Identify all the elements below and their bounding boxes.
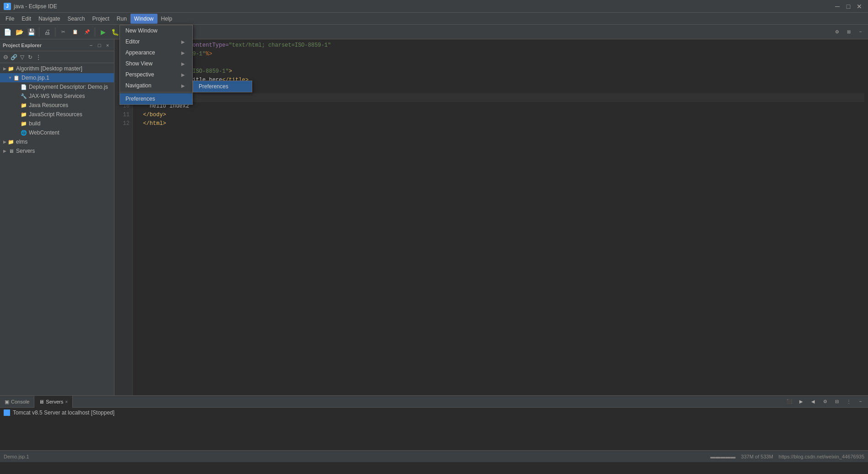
tab-servers[interactable]: 🖥 Servers ×	[34, 396, 73, 408]
tree-label-deployment: Deployment Descriptor: Demo.js	[29, 84, 108, 90]
tree-arrow-jaxws	[15, 94, 20, 98]
sidebar-tree: ▶ 📁 Algorithm [Desktop master] ▼ 📋 Demo.…	[0, 63, 114, 395]
menu-edit[interactable]: Edit	[18, 14, 35, 24]
menu-bar: File Edit Navigate Search Project Run Wi…	[0, 13, 868, 25]
sidebar-menu[interactable]: ⋮	[35, 54, 42, 61]
menu-navigate[interactable]: Navigate	[35, 14, 64, 24]
code-line-12: </html>	[136, 119, 864, 128]
toolbar-min[interactable]: −	[855, 27, 866, 38]
toolbar-sep-1	[39, 27, 39, 37]
menu-preferences[interactable]: Preferences	[120, 93, 192, 104]
tree-item-jaxws[interactable]: 🔧 JAX-WS Web Services	[0, 92, 114, 101]
bottom-panel-menu[interactable]: ⋮	[843, 396, 854, 407]
tree-item-jsres[interactable]: 📁 JavaScript Resources	[0, 110, 114, 119]
folder-icon-elms: 📁	[7, 138, 15, 145]
bottom-panel-btn2[interactable]: ▶	[796, 396, 807, 407]
sidebar-filter[interactable]: ▽	[18, 54, 26, 61]
menu-editor[interactable]: Editor ▶	[120, 36, 192, 47]
editor-area: 6 7 8 9● 10 11 12 language="java" conten…	[114, 39, 868, 395]
show-view-label: Show View	[125, 60, 152, 67]
window-dropdown-menu[interactable]: New Window Editor ▶ Appearance ▶ Show Vi…	[119, 25, 193, 105]
sidebar-close[interactable]: ×	[104, 42, 111, 49]
sidebar-collapse-all[interactable]: ⊖	[2, 54, 9, 61]
editor-content: 6 7 8 9● 10 11 12 language="java" conten…	[114, 39, 868, 395]
sidebar-sync[interactable]: ↻	[27, 54, 34, 61]
tab-servers-close[interactable]: ×	[65, 399, 68, 404]
tree-item-javares[interactable]: 📁 Java Resources	[0, 101, 114, 110]
toolbar-perspective[interactable]: ⚙	[831, 27, 842, 38]
sidebar-maximize[interactable]: □	[96, 42, 103, 49]
toolbar-new[interactable]: 📄	[2, 27, 13, 38]
code-line-3: ml>	[136, 59, 864, 67]
bottom-content: Tomcat v8.5 Server at localhost [Stopped…	[0, 408, 868, 450]
code-line-2: ding="ISO-8859-1"%>	[136, 50, 864, 59]
status-memory: 337M of 533M	[741, 454, 773, 459]
toolbar-run[interactable]: ▶	[98, 27, 108, 38]
menu-help[interactable]: Help	[157, 14, 176, 24]
tree-label-demo: Demo.jsp.1	[22, 75, 49, 81]
sidebar-link[interactable]: 🔗	[10, 54, 17, 61]
tree-item-demo[interactable]: ▼ 📋 Demo.jsp.1	[0, 73, 114, 82]
navigation-arrow: ▶	[181, 83, 185, 88]
console-icon: ▣	[5, 399, 9, 405]
tree-label-webcontent: WebContent	[29, 129, 60, 136]
maximize-button[interactable]: □	[843, 1, 853, 11]
toolbar-cut[interactable]: ✂	[58, 27, 69, 38]
tree-item-webcontent[interactable]: 🌐 WebContent	[0, 128, 114, 137]
perspective-arrow: ▶	[181, 72, 185, 77]
minimize-button[interactable]: ─	[832, 1, 842, 11]
tree-arrow-demo: ▼	[7, 75, 13, 80]
code-line-7: <title>Insert title here</title>	[136, 76, 864, 85]
menu-new-window[interactable]: New Window	[120, 25, 192, 36]
tree-arrow-webcontent	[15, 130, 20, 135]
server-status-icon	[4, 409, 10, 416]
bottom-panel-btn3[interactable]: ◀	[808, 396, 819, 407]
toolbar-save[interactable]: 💾	[26, 27, 37, 38]
window-controls: ─ □ ✕	[832, 1, 864, 11]
toolbar-open[interactable]: 📂	[14, 27, 25, 38]
sidebar-toolbar: ⊖ 🔗 ▽ ↻ ⋮	[0, 51, 114, 63]
toolbar-print[interactable]: 🖨	[42, 27, 53, 38]
code-line-6: <meta charset="ISO-8859-1">	[136, 67, 864, 76]
preferences-label: Preferences	[125, 96, 155, 102]
bottom-panel-btn5[interactable]: ⊟	[831, 396, 842, 407]
folder-icon-webcontent: 🌐	[20, 129, 27, 136]
bottom-panel-close[interactable]: −	[855, 396, 866, 407]
menu-run[interactable]: Run	[113, 14, 130, 24]
new-window-label: New Window	[125, 27, 157, 34]
menu-file[interactable]: File	[2, 14, 18, 24]
tree-item-elms[interactable]: ▶ 📁 elms	[0, 137, 114, 146]
folder-icon-build: 📁	[20, 120, 27, 127]
menu-project[interactable]: Project	[88, 14, 113, 24]
tab-servers-label: Servers	[46, 399, 63, 404]
bottom-tabs: ▣ Console 🖥 Servers × ⬛ ▶ ◀ ⚙ ⊟ ⋮ −	[0, 396, 868, 408]
tree-label-jsres: JavaScript Resources	[29, 111, 82, 118]
toolbar-debug[interactable]: 🐛	[109, 27, 120, 38]
menu-show-view[interactable]: Show View ▶	[120, 58, 192, 69]
menu-perspective[interactable]: Perspective ▶	[120, 69, 192, 80]
toolbar-copy[interactable]: 📋	[70, 27, 81, 38]
menu-window[interactable]: Window	[130, 14, 157, 24]
menu-search[interactable]: Search	[64, 14, 88, 24]
tree-label-javares: Java Resources	[29, 102, 68, 108]
toolbar-sep-3	[95, 27, 95, 37]
tree-item-algorithm[interactable]: ▶ 📁 Algorithm [Desktop master]	[0, 64, 114, 73]
tree-item-deployment[interactable]: 📄 Deployment Descriptor: Demo.js	[0, 82, 114, 92]
sidebar: Project Explorer − □ × ⊖ 🔗 ▽ ↻ ⋮ ▶ 📁 Alg…	[0, 39, 114, 395]
server-icon-servers: 🖥	[7, 147, 15, 155]
tree-item-build[interactable]: 📁 build	[0, 119, 114, 128]
tab-console[interactable]: ▣ Console	[0, 396, 34, 408]
bottom-panel-btn4[interactable]: ⚙	[819, 396, 830, 407]
code-line-10: hello index2	[136, 102, 864, 111]
tree-item-servers[interactable]: ▶ 🖥 Servers	[0, 146, 114, 156]
tree-arrow-javares	[15, 103, 20, 108]
code-editor[interactable]: language="java" contentType="text/html; …	[133, 39, 868, 395]
menu-appearance[interactable]: Appearance ▶	[120, 47, 192, 58]
menu-navigation[interactable]: Navigation ▶	[120, 80, 192, 91]
bottom-tab-controls: ⬛ ▶ ◀ ⚙ ⊟ ⋮ −	[784, 396, 868, 407]
close-button[interactable]: ✕	[854, 1, 864, 11]
sidebar-minimize[interactable]: −	[87, 42, 95, 49]
bottom-panel-btn1[interactable]: ⬛	[784, 396, 795, 407]
toolbar-paste[interactable]: 📌	[81, 27, 92, 38]
toolbar-views[interactable]: ⊞	[843, 27, 854, 38]
